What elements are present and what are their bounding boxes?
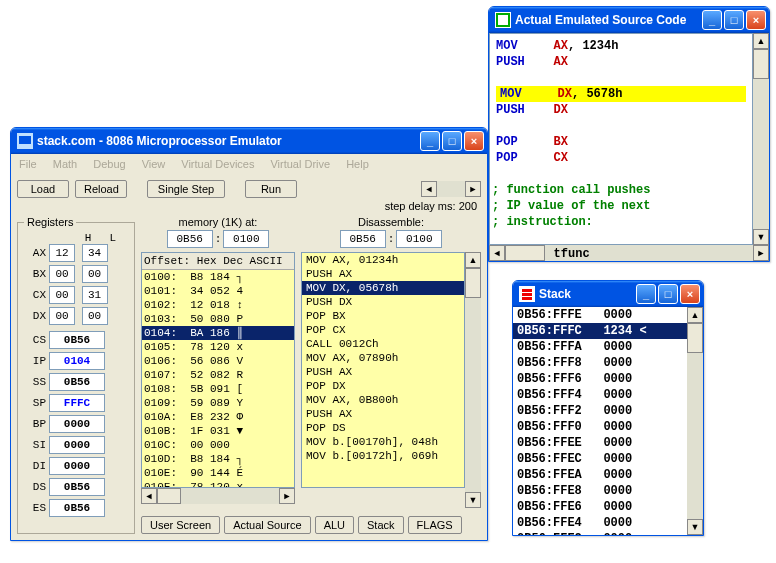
stack-row[interactable]: 0B56:FFFC 1234 < <box>513 323 687 339</box>
hex-row[interactable]: 010C: 00 000 <box>142 438 294 452</box>
flags-button[interactable]: FLAGS <box>408 516 462 534</box>
reg-sp-value[interactable] <box>49 394 105 412</box>
reg-ds-value[interactable] <box>49 478 105 496</box>
dis-seg-input[interactable] <box>340 230 386 248</box>
stack-row[interactable]: 0B56:FFE8 0000 <box>513 483 687 499</box>
stack-row[interactable]: 0B56:FFEA 0000 <box>513 467 687 483</box>
source-maximize-button[interactable]: □ <box>724 10 744 30</box>
reg-ip-value[interactable] <box>49 352 105 370</box>
mem-off-input[interactable] <box>223 230 269 248</box>
disasm-row[interactable]: MOV b.[00172h], 069h <box>302 449 464 463</box>
source-line[interactable] <box>492 118 750 134</box>
hex-row[interactable]: 0103: 50 080 P <box>142 312 294 326</box>
disasm-row[interactable]: MOV AX, 0B800h <box>302 393 464 407</box>
hex-row[interactable]: 010D: B8 184 ┐ <box>142 452 294 466</box>
source-line[interactable]: POP CX <box>492 150 750 166</box>
emulator-titlebar[interactable]: stack.com - 8086 Microprocessor Emulator… <box>11 128 487 154</box>
stack-row[interactable]: 0B56:FFF2 0000 <box>513 403 687 419</box>
reload-button[interactable]: Reload <box>75 180 127 198</box>
disasm-row[interactable]: MOV AX, 07890h <box>302 351 464 365</box>
load-button[interactable]: Load <box>17 180 69 198</box>
menu-file[interactable]: File <box>15 156 41 172</box>
source-line[interactable] <box>492 70 750 86</box>
source-line[interactable]: MOV DX, 5678h <box>492 86 750 102</box>
hex-row[interactable]: 0102: 12 018 ↕ <box>142 298 294 312</box>
menu-debug[interactable]: Debug <box>89 156 129 172</box>
menu-view[interactable]: View <box>138 156 170 172</box>
reg-ax-h[interactable] <box>49 244 75 262</box>
run-button[interactable]: Run <box>245 180 297 198</box>
source-line[interactable]: ; function call pushes <box>492 182 750 198</box>
stack-row[interactable]: 0B56:FFE6 0000 <box>513 499 687 515</box>
hex-hscroll[interactable]: ◄► <box>141 488 295 504</box>
menu-virtual-devices[interactable]: Virtual Devices <box>177 156 258 172</box>
disasm-row[interactable]: PUSH DX <box>302 295 464 309</box>
reg-bx-h[interactable] <box>49 265 75 283</box>
hex-row[interactable]: 010E: 90 144 É <box>142 466 294 480</box>
stack-maximize-button[interactable]: □ <box>658 284 678 304</box>
hex-row[interactable]: 0109: 59 089 Y <box>142 396 294 410</box>
stack-row[interactable]: 0B56:FFF4 0000 <box>513 387 687 403</box>
close-button[interactable]: × <box>464 131 484 151</box>
reg-di-value[interactable] <box>49 457 105 475</box>
source-line[interactable]: PUSH AX <box>492 54 750 70</box>
disasm-row[interactable]: MOV b.[00170h], 048h <box>302 435 464 449</box>
menu-math[interactable]: Math <box>49 156 81 172</box>
user-screen-button[interactable]: User Screen <box>141 516 220 534</box>
stack-row[interactable]: 0B56:FFF8 0000 <box>513 355 687 371</box>
hex-row[interactable]: 010A: E8 232 Φ <box>142 410 294 424</box>
reg-bx-l[interactable] <box>82 265 108 283</box>
source-code-view[interactable]: MOV AX, 1234hPUSH AX MOV DX, 5678hPUSH D… <box>489 33 753 245</box>
reg-si-value[interactable] <box>49 436 105 454</box>
dis-off-input[interactable] <box>396 230 442 248</box>
stack-vscroll[interactable]: ▲▼ <box>687 307 703 535</box>
mem-seg-input[interactable] <box>167 230 213 248</box>
maximize-button[interactable]: □ <box>442 131 462 151</box>
hex-row[interactable]: 0101: 34 052 4 <box>142 284 294 298</box>
source-line[interactable]: ; instruction: <box>492 214 750 230</box>
reg-cx-l[interactable] <box>82 286 108 304</box>
disasm-row[interactable]: PUSH AX <box>302 407 464 421</box>
stack-minimize-button[interactable]: _ <box>636 284 656 304</box>
stack-row[interactable]: 0B56:FFEE 0000 <box>513 435 687 451</box>
source-minimize-button[interactable]: _ <box>702 10 722 30</box>
disasm-row[interactable]: POP DX <box>302 379 464 393</box>
reg-es-value[interactable] <box>49 499 105 517</box>
hex-row[interactable]: 0108: 5B 091 [ <box>142 382 294 396</box>
disasm-row[interactable]: POP DS <box>302 421 464 435</box>
disasm-row[interactable]: POP BX <box>302 309 464 323</box>
stack-row[interactable]: 0B56:FFF6 0000 <box>513 371 687 387</box>
hex-row[interactable]: 0105: 78 120 x <box>142 340 294 354</box>
stack-list[interactable]: 0B56:FFFE 00000B56:FFFC 1234 <0B56:FFFA … <box>513 307 687 535</box>
reg-cs-value[interactable] <box>49 331 105 349</box>
reg-cx-h[interactable] <box>49 286 75 304</box>
stack-row[interactable]: 0B56:FFFA 0000 <box>513 339 687 355</box>
stack-button[interactable]: Stack <box>358 516 404 534</box>
reg-bp-value[interactable] <box>49 415 105 433</box>
minimize-button[interactable]: _ <box>420 131 440 151</box>
menu-virtual-drive[interactable]: Virtual Drive <box>266 156 334 172</box>
menu-help[interactable]: Help <box>342 156 373 172</box>
source-line[interactable] <box>492 230 750 246</box>
source-line[interactable]: PUSH DX <box>492 102 750 118</box>
source-close-button[interactable]: × <box>746 10 766 30</box>
reg-ss-value[interactable] <box>49 373 105 391</box>
source-line[interactable]: MOV AX, 1234h <box>492 38 750 54</box>
alu-button[interactable]: ALU <box>315 516 354 534</box>
delay-slider[interactable]: ◄► <box>421 181 481 197</box>
source-line[interactable]: POP BX <box>492 134 750 150</box>
stack-close-button[interactable]: × <box>680 284 700 304</box>
disasm-row[interactable]: MOV AX, 01234h <box>302 253 464 267</box>
source-titlebar[interactable]: Actual Emulated Source Code _ □ × <box>489 7 769 33</box>
source-line[interactable] <box>492 166 750 182</box>
stack-row[interactable]: 0B56:FFFE 0000 <box>513 307 687 323</box>
memory-dump[interactable]: Offset: Hex Dec ASCII 0100: B8 184 ┐0101… <box>141 252 295 488</box>
reg-dx-l[interactable] <box>82 307 108 325</box>
hex-row[interactable]: 0107: 52 082 R <box>142 368 294 382</box>
disasm-row[interactable]: MOV DX, 05678h <box>302 281 464 295</box>
reg-ax-l[interactable] <box>82 244 108 262</box>
stack-row[interactable]: 0B56:FFEC 0000 <box>513 451 687 467</box>
source-line[interactable]: ; IP value of the next <box>492 198 750 214</box>
disasm-row[interactable]: POP CX <box>302 323 464 337</box>
disasm-row[interactable]: PUSH AX <box>302 365 464 379</box>
